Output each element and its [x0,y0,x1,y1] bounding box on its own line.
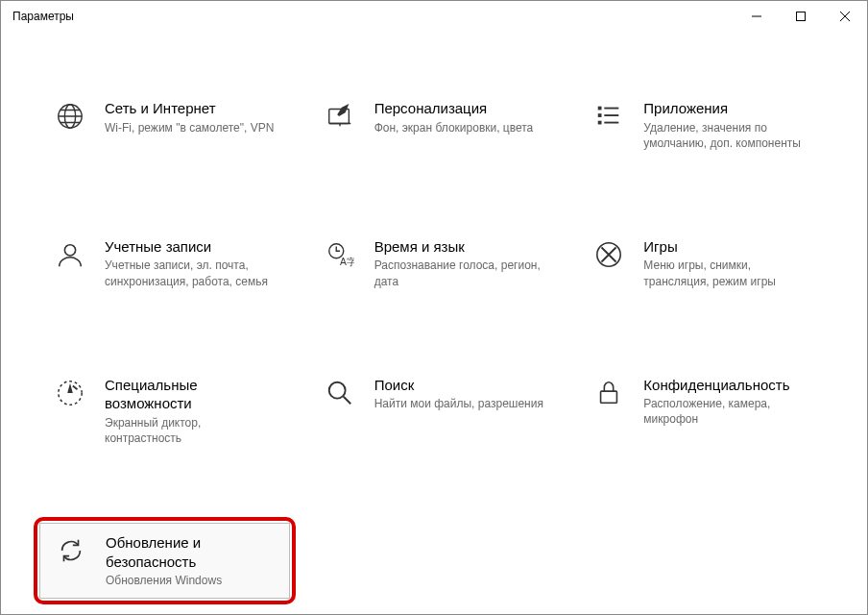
tile-subtitle: Wi-Fi, режим "в самолете", VPN [105,120,274,135]
tile-network[interactable]: Сеть и Интернет Wi-Fi, режим "в самолете… [39,89,290,160]
update-icon [54,533,88,568]
svg-rect-0 [797,12,806,21]
tile-search[interactable]: Поиск Найти мои файлы, разрешения [309,366,560,455]
svg-rect-4 [598,107,602,111]
highlight-wrap: Обновление и безопасность Обновления Win… [39,523,290,599]
tile-title: Конфиденциальность [643,376,815,395]
ease-of-access-icon [53,376,87,410]
tile-title: Приложения [643,99,815,118]
tile-title: Поиск [374,376,543,395]
tile-subtitle: Экранный диктор, контрастность [105,415,277,446]
globe-icon [53,99,87,134]
tile-subtitle: Удаление, значения по умолчанию, доп. ко… [643,120,815,151]
close-button[interactable] [823,1,867,32]
tile-time-language[interactable]: A字 Время и язык Распознавание голоса, ре… [309,228,560,299]
tile-subtitle: Расположение, камера, микрофон [643,396,815,427]
lock-icon [591,376,626,410]
tile-title: Обновление и безопасность [106,533,276,571]
tile-subtitle: Фон, экран блокировки, цвета [374,120,534,135]
svg-rect-8 [598,121,602,125]
tile-personalization[interactable]: Персонализация Фон, экран блокировки, цв… [309,89,560,160]
tile-ease-of-access[interactable]: Специальные возможности Экранный диктор,… [39,366,290,455]
tile-subtitle: Учетные записи, эл. почта, синхронизация… [105,258,277,288]
tile-subtitle: Обновления Windows [106,573,276,588]
window-title: Параметры [12,10,74,23]
svg-rect-9 [605,122,619,124]
settings-grid: Сеть и Интернет Wi-Fi, режим "в самолете… [39,89,829,599]
tile-title: Игры [643,237,815,257]
tile-title: Время и язык [374,237,546,257]
minimize-icon [752,12,761,21]
tile-subtitle: Распознавание голоса, регион, дата [374,258,546,288]
tile-accounts[interactable]: Учетные записи Учетные записи, эл. почта… [39,228,290,299]
tile-title: Учетные записи [105,237,277,257]
svg-rect-5 [605,108,619,110]
settings-content: Сеть и Интернет Wi-Fi, режим "в самолете… [1,32,867,615]
svg-text:A字: A字 [340,257,354,267]
tile-title: Персонализация [374,99,534,118]
paintbrush-icon [323,99,357,134]
svg-rect-7 [605,114,619,116]
close-icon [840,12,850,21]
maximize-icon [796,12,806,21]
search-icon [323,376,357,410]
person-icon [53,237,87,272]
apps-list-icon [591,99,626,134]
tile-subtitle: Найти мои файлы, разрешения [374,396,543,411]
svg-point-15 [328,382,345,399]
tile-gaming[interactable]: Игры Меню игры, снимки, трансляция, режи… [578,228,829,299]
settings-window: Параметры [0,0,868,615]
maximize-button[interactable] [779,1,823,32]
tile-subtitle: Меню игры, снимки, трансляция, режим игр… [643,258,815,288]
svg-point-10 [64,245,75,256]
svg-rect-6 [598,113,602,117]
titlebar: Параметры [1,1,867,32]
minimize-button[interactable] [735,1,779,32]
window-controls [735,1,867,32]
tile-apps[interactable]: Приложения Удаление, значения по умолчан… [578,89,829,160]
xbox-icon [591,237,626,272]
tile-title: Сеть и Интернет [105,99,274,118]
tile-update-security[interactable]: Обновление и безопасность Обновления Win… [39,523,290,599]
tile-privacy[interactable]: Конфиденциальность Расположение, камера,… [578,366,829,455]
svg-rect-16 [601,391,617,403]
time-language-icon: A字 [323,237,357,272]
tile-title: Специальные возможности [105,376,277,413]
